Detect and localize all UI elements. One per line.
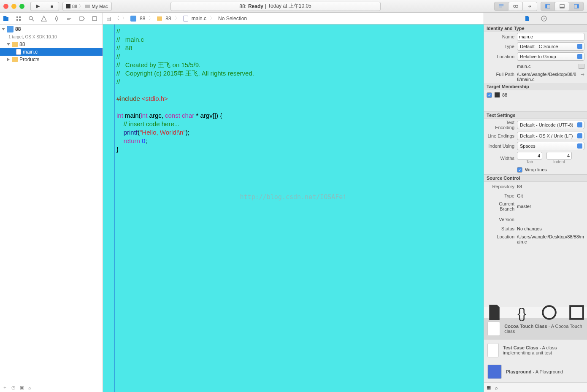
inspector-content: Identity and Type Name TypeDefault - C S…: [484, 24, 587, 307]
code-editor[interactable]: // // main.c // 88 // // Created by 王飞 o…: [103, 24, 484, 392]
project-navigator-icon[interactable]: [3, 15, 9, 22]
navigator-footer: ＋ ◷ ▣ ⌕: [0, 383, 103, 392]
file-main-c[interactable]: main.c: [0, 48, 103, 56]
toggle-debug-button[interactable]: [555, 2, 569, 11]
window-controls: [3, 4, 24, 9]
svg-rect-2: [499, 6, 502, 7]
type-dropdown[interactable]: Default - C Source: [517, 42, 584, 51]
sc-version: --: [517, 217, 584, 222]
svg-rect-1: [499, 5, 504, 6]
panels-segment: [541, 2, 584, 11]
indent-using-dropdown[interactable]: Spaces: [517, 142, 584, 150]
file-inspector-icon[interactable]: [524, 15, 530, 22]
scheme-selector[interactable]: 88 〉 My Mac: [62, 2, 112, 11]
main-layout: 88 1 target, OS X SDK 10.10 88 main.c Pr…: [0, 13, 587, 392]
svg-rect-6: [546, 4, 547, 8]
status-sep: |: [265, 3, 266, 9]
chevron-right-icon[interactable]: [7, 58, 10, 61]
standard-editor-button[interactable]: [494, 2, 509, 11]
tab-width-stepper[interactable]: [517, 152, 542, 160]
chevron-down-icon[interactable]: [2, 28, 5, 30]
toggle-navigator-button[interactable]: [541, 2, 555, 11]
svg-point-23: [543, 306, 556, 319]
line-endings-dropdown[interactable]: Default - OS X / Unix (LF): [517, 132, 584, 140]
location-dropdown[interactable]: Relative to Group: [517, 52, 584, 61]
jumpbar-p3[interactable]: main.c: [192, 16, 206, 22]
name-field[interactable]: [517, 33, 584, 41]
jump-bar[interactable]: ▤ 〈 〉 88 〉 88 〉 main.c 〉 No Selection: [103, 13, 484, 24]
library-list[interactable]: Cocoa Touch Class - A Cocoa Touch class …: [484, 318, 587, 383]
project-subtitle-row: 1 target, OS X SDK 10.10: [0, 33, 103, 41]
scm-filter-icon[interactable]: ▣: [20, 385, 24, 390]
code-snippet-library-icon[interactable]: {}: [511, 302, 532, 323]
sc-repo: 88: [517, 184, 584, 189]
assistant-editor-button[interactable]: [509, 2, 523, 11]
svg-rect-19: [92, 16, 97, 21]
svg-rect-24: [570, 306, 583, 319]
related-items-icon[interactable]: ▤: [106, 16, 111, 22]
version-editor-button[interactable]: [523, 2, 537, 11]
reveal-icon[interactable]: ➜: [581, 72, 584, 82]
template-icon: [487, 365, 502, 379]
debug-navigator-icon[interactable]: [66, 15, 73, 22]
add-icon[interactable]: ＋: [3, 384, 7, 391]
file-template-library-icon[interactable]: [484, 302, 505, 323]
jumpbar-p2[interactable]: 88: [165, 16, 171, 22]
library-tabs: {}: [484, 307, 587, 318]
media-library-icon[interactable]: [566, 302, 587, 323]
run-button[interactable]: ▶: [30, 2, 45, 11]
sc-branch: master: [517, 204, 584, 209]
project-tree[interactable]: 88 1 target, OS X SDK 10.10 88 main.c Pr…: [0, 24, 103, 383]
gutter[interactable]: [103, 24, 115, 392]
editor-area: ▤ 〈 〉 88 〉 88 〉 main.c 〉 No Selection //…: [103, 13, 484, 392]
indent-width-stepper[interactable]: [546, 152, 572, 160]
help-inspector-icon[interactable]: ?: [541, 15, 547, 22]
watermark-text: http://blog.csdn.net/IOSAFei: [240, 193, 347, 201]
toggle-utilities-button[interactable]: [569, 2, 584, 11]
symbol-navigator-icon[interactable]: [15, 15, 22, 22]
report-navigator-icon[interactable]: [91, 15, 98, 22]
issue-navigator-icon[interactable]: [41, 15, 47, 22]
filter-icon[interactable]: ⌕: [28, 385, 31, 390]
encoding-dropdown[interactable]: Default - Unicode (UTF-8): [517, 121, 584, 129]
recent-icon[interactable]: ◷: [11, 385, 16, 390]
breakpoint-navigator-icon[interactable]: [78, 15, 85, 22]
forward-button[interactable]: 〉: [122, 15, 127, 22]
svg-rect-12: [19, 16, 21, 18]
sc-type: Git: [517, 193, 584, 198]
target-checkbox[interactable]: [487, 92, 492, 98]
chevron-down-icon[interactable]: [7, 43, 10, 46]
svg-rect-0: [499, 4, 504, 5]
filter-icon[interactable]: ⌕: [495, 385, 498, 390]
jumpbar-p4[interactable]: No Selection: [218, 16, 247, 22]
folder-88[interactable]: 88: [0, 41, 103, 48]
object-library-icon[interactable]: [539, 302, 560, 323]
back-button[interactable]: 〈: [114, 15, 119, 22]
wrap-lines-label: Wrap lines: [525, 167, 547, 172]
status-state: Ready: [248, 3, 263, 9]
c-file-icon: [16, 49, 21, 55]
folder-label: Products: [19, 57, 39, 62]
library-item-test-case[interactable]: Test Case Class - A class implementing a…: [484, 340, 587, 361]
status-prefix: 88:: [239, 3, 246, 9]
library-footer: ▦ ⌕: [484, 383, 587, 392]
activity-viewer[interactable]: 88: Ready | Today at 上午10:05: [170, 2, 381, 11]
run-stop-segment: ▶ ■: [30, 2, 59, 11]
minimize-icon[interactable]: [11, 4, 16, 9]
project-root[interactable]: 88: [0, 25, 103, 33]
inspector-tabs: ?: [484, 13, 587, 24]
wrap-lines-checkbox[interactable]: [517, 167, 522, 173]
folder-chooser-icon[interactable]: [579, 64, 584, 69]
grid-view-icon[interactable]: ▦: [487, 385, 491, 390]
folder-products[interactable]: Products: [0, 56, 103, 63]
stop-button[interactable]: ■: [45, 2, 59, 11]
find-navigator-icon[interactable]: [28, 15, 35, 22]
jumpbar-p1[interactable]: 88: [140, 16, 145, 22]
test-navigator-icon[interactable]: [53, 15, 60, 22]
code-text[interactable]: // // main.c // 88 // // Created by 王飞 o…: [115, 24, 484, 392]
maximize-icon[interactable]: [19, 4, 24, 9]
close-icon[interactable]: [3, 4, 8, 9]
target-icon: [66, 4, 70, 8]
editor-mode-segment: [494, 2, 537, 11]
library-item-playground[interactable]: Playground - A Playground: [484, 361, 587, 383]
